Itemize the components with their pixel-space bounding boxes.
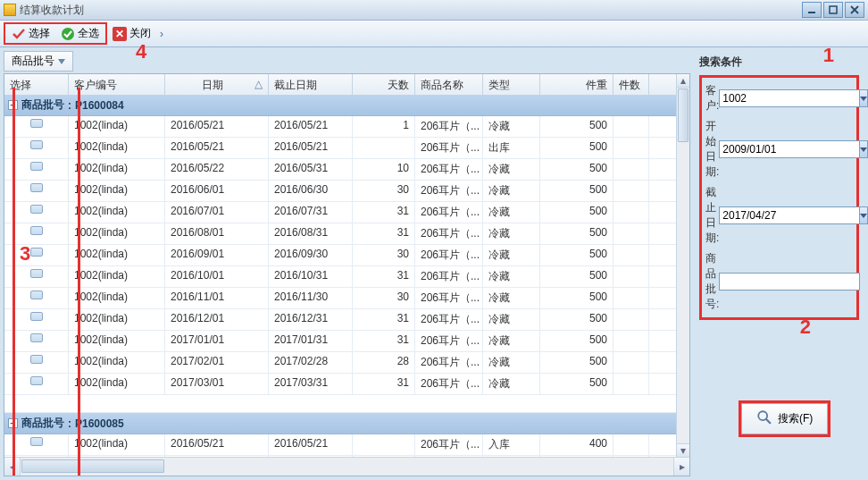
select-all-button[interactable]: 全选 — [55, 24, 104, 43]
end-date-dropdown-icon[interactable] — [860, 206, 868, 224]
table-row[interactable]: 1002(linda) 2016/12/01 2016/12/31 31 206… — [4, 309, 676, 331]
col-count[interactable]: 件数 — [613, 74, 649, 97]
scroll-right-icon[interactable]: ▸ — [673, 458, 689, 476]
customer-dropdown-icon[interactable] — [860, 89, 868, 107]
search-button-label: 搜索(F) — [778, 411, 813, 426]
table-row[interactable]: 1002(linda) 2017/02/01 2017/02/28 28 206… — [4, 352, 676, 374]
table-row[interactable]: 1002(linda) 2016/11/01 2016/11/30 30 206… — [4, 288, 676, 309]
checkbox-icon[interactable] — [30, 183, 43, 192]
expander-icon[interactable]: − — [8, 100, 18, 110]
scroll-thumb[interactable] — [678, 88, 689, 142]
weight-cell: 500 — [540, 159, 613, 180]
group-row[interactable]: − 商品批号: P1600084 — [4, 95, 676, 116]
spacer-row — [4, 395, 676, 413]
table-row[interactable]: 1002(linda) 2017/01/01 2017/01/31 31 206… — [4, 331, 676, 352]
checkbox-icon[interactable] — [30, 140, 43, 149]
col-days[interactable]: 天数 — [353, 74, 415, 97]
horizontal-scrollbar[interactable]: ◂ ▸ — [4, 457, 689, 476]
date-cell: 2016/05/21 — [165, 138, 269, 158]
checkbox-icon[interactable] — [30, 162, 43, 171]
select-cell[interactable] — [4, 352, 69, 373]
weight-cell: 500 — [540, 181, 613, 201]
checkbox-icon[interactable] — [30, 355, 43, 364]
col-unit-weight[interactable]: 件重 — [540, 74, 613, 97]
checkbox-icon[interactable] — [30, 269, 43, 278]
select-cell[interactable] — [4, 374, 69, 394]
checkbox-icon[interactable] — [30, 376, 43, 385]
table-row[interactable]: 1002(linda) 2016/09/01 2016/09/30 30 206… — [4, 245, 676, 266]
customer-input[interactable] — [719, 89, 860, 107]
due-cell: 2016/05/21 — [269, 138, 353, 158]
table-row[interactable]: 1002(linda) 2016/05/21 2016/05/21 1 206耳… — [4, 116, 676, 138]
select-cell[interactable] — [4, 245, 69, 265]
select-cell[interactable] — [4, 309, 69, 330]
table-row[interactable]: 1002(linda) 2016/07/01 2016/07/31 31 206… — [4, 202, 676, 223]
col-date[interactable]: 日期△ — [165, 74, 269, 97]
group-by-tab[interactable]: 商品批号 — [4, 51, 73, 72]
col-product-name[interactable]: 商品名称 — [415, 74, 483, 97]
select-cell[interactable] — [4, 288, 69, 308]
select-cell[interactable] — [4, 138, 69, 158]
name-cell: 206耳片（... — [415, 288, 483, 308]
due-cell: 2016/12/31 — [269, 309, 353, 330]
table-row[interactable]: 1002(linda) 2016/05/21 2016/05/21 206耳片（… — [4, 434, 676, 456]
table-row[interactable]: 1002(linda) 2016/05/22 2016/05/31 10 206… — [4, 159, 676, 181]
table-row[interactable]: 1002(linda) 2016/06/01 2016/06/30 30 206… — [4, 181, 676, 202]
name-cell: 206耳片（... — [415, 223, 483, 244]
checkbox-icon[interactable] — [30, 226, 43, 235]
select-cell[interactable] — [4, 116, 69, 137]
scroll-up-icon[interactable]: ▴ — [677, 74, 689, 88]
search-button[interactable]: 搜索(F) — [741, 403, 828, 434]
table-row[interactable]: 1002(linda) 2017/03/01 2017/03/31 31 206… — [4, 374, 676, 395]
checkbox-icon[interactable] — [30, 119, 43, 128]
checkbox-icon[interactable] — [30, 205, 43, 214]
expander-icon[interactable]: − — [8, 418, 18, 428]
toolbar-close-button[interactable]: ✕ 关闭 — [107, 24, 156, 43]
checkbox-icon[interactable] — [30, 312, 43, 321]
batch-no-input[interactable] — [719, 273, 860, 291]
select-cell[interactable] — [4, 331, 69, 351]
start-date-label: 开始日期: — [705, 119, 719, 180]
close-button[interactable] — [845, 2, 864, 18]
count-cell — [613, 223, 649, 244]
checkbox-icon[interactable] — [30, 437, 43, 446]
table-row[interactable]: 1002(linda) 2016/08/01 2016/08/31 31 206… — [4, 223, 676, 245]
select-cell[interactable] — [4, 266, 69, 287]
col-select[interactable]: 选择 — [4, 74, 69, 97]
name-cell: 206耳片（... — [415, 266, 483, 287]
select-cell[interactable] — [4, 223, 69, 244]
scroll-down-icon[interactable]: ▾ — [677, 443, 689, 457]
checkbox-icon[interactable] — [30, 333, 43, 342]
hscroll-thumb[interactable] — [21, 459, 164, 473]
end-date-input[interactable] — [719, 206, 860, 224]
toolbar: 选择 全选 ✕ 关闭 › 4 — [0, 21, 868, 47]
table-row[interactable]: 1002(linda) 2016/05/21 2016/05/21 206耳片（… — [4, 138, 676, 159]
scroll-left-icon[interactable]: ◂ — [4, 458, 21, 476]
maximize-button[interactable] — [823, 2, 843, 18]
days-cell: 1 — [353, 116, 415, 137]
col-type[interactable]: 类型 — [483, 74, 540, 97]
select-cell[interactable] — [4, 434, 69, 455]
start-date-input[interactable] — [719, 140, 860, 158]
select-cell[interactable] — [4, 159, 69, 180]
checkbox-icon[interactable] — [30, 248, 43, 257]
select-cell[interactable] — [4, 202, 69, 223]
group-row[interactable]: − 商品批号: P1600085 — [4, 413, 676, 434]
select-cell[interactable] — [4, 181, 69, 201]
table-row[interactable]: 1002(linda) 2016/10/01 2016/10/31 31 206… — [4, 266, 676, 288]
col-customer-id[interactable]: 客户编号 — [69, 74, 165, 97]
group-prefix: 商品批号 — [21, 416, 64, 431]
vertical-scrollbar[interactable]: ▴ ▾ — [676, 74, 689, 457]
name-cell: 206耳片（... — [415, 245, 483, 265]
count-cell — [613, 434, 649, 455]
select-button[interactable]: 选择 — [6, 24, 55, 43]
start-date-dropdown-icon[interactable] — [860, 140, 868, 158]
toolbar-highlight-box: 选择 全选 — [4, 22, 107, 45]
customer-cell: 1002(linda) — [69, 352, 165, 373]
date-cell: 2017/02/01 — [165, 352, 269, 373]
due-cell: 2016/06/30 — [269, 181, 353, 201]
col-due-date[interactable]: 截止日期 — [269, 74, 353, 97]
toolbar-overflow-icon[interactable]: › — [158, 28, 165, 40]
checkbox-icon[interactable] — [30, 291, 43, 299]
minimize-button[interactable] — [802, 2, 822, 18]
